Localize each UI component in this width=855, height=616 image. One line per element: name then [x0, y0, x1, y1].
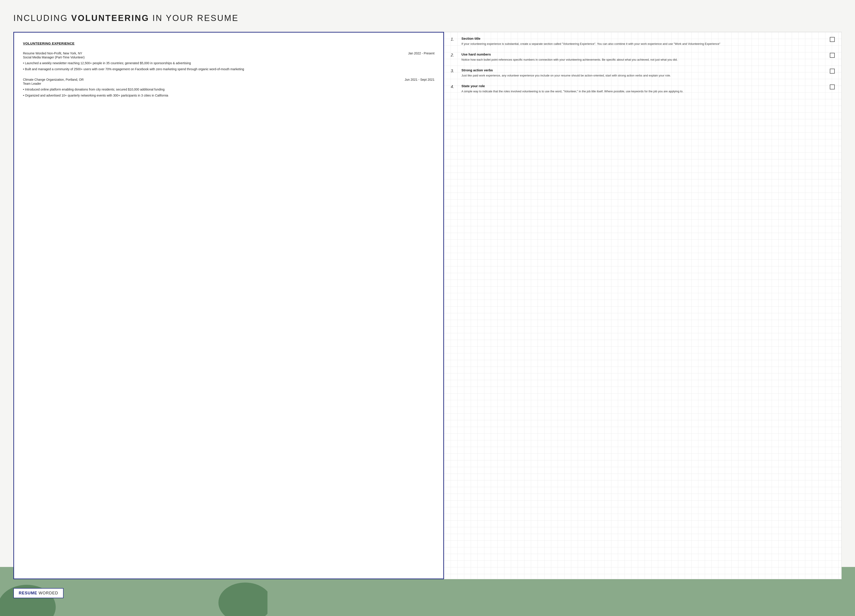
tip-item-2: 2. Use hard numbers Notice how each bull…: [450, 52, 835, 62]
logo-box: RESUME WORDED: [13, 588, 64, 598]
org-dates-2: Jun 2021 - Sept 2021: [405, 78, 434, 81]
main-content: VOLUNTEERING EXPERIENCE Resume Worded No…: [13, 32, 842, 579]
page-title: INCLUDING VOLUNTEERING IN YOUR RESUME: [13, 13, 842, 23]
org-dates-1: Jan 2022 - Present: [408, 52, 434, 55]
tip-text-1: If your volunteering experience is subst…: [461, 42, 826, 46]
resume-section-title: VOLUNTEERING EXPERIENCE: [23, 41, 434, 45]
tip-content-2: Use hard numbers Notice how each bullet …: [461, 52, 826, 62]
tip-item-4: 4. State your role A simple way to indic…: [450, 84, 835, 93]
tip-title-4: State your role: [461, 84, 826, 88]
tip-number-4: 4.: [450, 84, 458, 89]
resume-panel: VOLUNTEERING EXPERIENCE Resume Worded No…: [13, 32, 444, 579]
tip-checkbox-4[interactable]: [830, 84, 835, 89]
tip-title-2: Use hard numbers: [461, 52, 826, 56]
tip-checkbox-3[interactable]: [830, 69, 835, 74]
tip-content-3: Strong action verbs Just like paid work …: [461, 68, 826, 78]
org-name-2: Climate Change Organization, Portland, O…: [23, 78, 84, 81]
tip-number-1: 1.: [450, 37, 458, 42]
title-prefix: INCLUDING: [13, 13, 71, 23]
tips-panel: 1. Section title If your volunteering ex…: [444, 32, 842, 579]
bottom-area: RESUME WORDED: [13, 588, 842, 603]
resume-bullet-1-1: • Launched a weekly newsletter reaching …: [23, 61, 434, 66]
tip-checkbox-2[interactable]: [830, 53, 835, 58]
tip-item-3: 3. Strong action verbs Just like paid wo…: [450, 68, 835, 78]
logo-resume: RESUME: [19, 591, 37, 596]
resume-bullet-1-2: • Built and managed a community of 2500+…: [23, 67, 434, 72]
resume-entry-1: Resume Worded Non-Profit, New York, NY J…: [23, 52, 434, 72]
tip-number-2: 2.: [450, 52, 458, 58]
tip-title-3: Strong action verbs: [461, 68, 826, 72]
resume-bullet-2-1: • Introduced online platform enabling do…: [23, 87, 434, 92]
resume-role-2: Team Leader: [23, 82, 434, 86]
resume-bullet-2-2: • Organized and advertised 10+ quarterly…: [23, 93, 434, 98]
tip-title-1: Section title: [461, 37, 826, 40]
tip-content-1: Section title If your volunteering exper…: [461, 37, 826, 46]
title-bold: VOLUNTEERING: [71, 13, 149, 23]
tip-text-4: A simple way to indicate that the roles …: [461, 89, 826, 93]
content-area: INCLUDING VOLUNTEERING IN YOUR RESUME VO…: [13, 9, 842, 603]
org-name-1: Resume Worded Non-Profit, New York, NY: [23, 52, 82, 55]
title-suffix: IN YOUR RESUME: [149, 13, 239, 23]
page-wrapper: INCLUDING VOLUNTEERING IN YOUR RESUME VO…: [0, 0, 855, 616]
tip-text-3: Just like paid work experience, any volu…: [461, 74, 826, 78]
resume-entry-2: Climate Change Organization, Portland, O…: [23, 78, 434, 98]
resume-section-header: VOLUNTEERING EXPERIENCE: [23, 41, 434, 45]
tip-checkbox-1[interactable]: [830, 37, 835, 42]
resume-role-1: Social Media Manager (Part-Time Voluntee…: [23, 55, 434, 59]
resume-org-line-1: Resume Worded Non-Profit, New York, NY J…: [23, 52, 434, 55]
logo-worded: WORDED: [38, 591, 58, 596]
tip-text-2: Notice how each bullet point references …: [461, 58, 826, 62]
tip-number-3: 3.: [450, 68, 458, 74]
tip-item-1: 1. Section title If your volunteering ex…: [450, 37, 835, 46]
tip-content-4: State your role A simple way to indicate…: [461, 84, 826, 93]
resume-org-line-2: Climate Change Organization, Portland, O…: [23, 78, 434, 81]
